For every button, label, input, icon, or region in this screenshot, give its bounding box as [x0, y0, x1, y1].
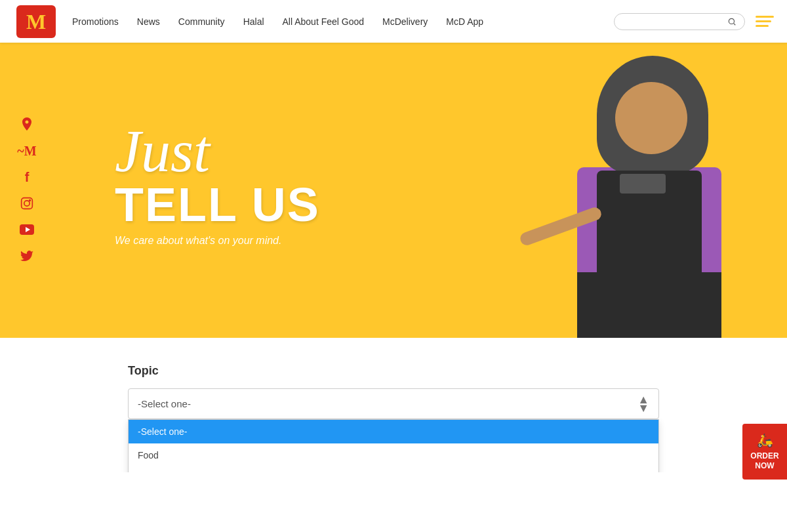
search-bar[interactable] — [614, 13, 745, 30]
nav-item-promotions[interactable]: Promotions — [72, 16, 119, 27]
hero-just: Just — [115, 122, 320, 181]
dropdown-option-service[interactable]: Service — [129, 467, 658, 472]
order-now-button[interactable]: 🛵 ORDERNOW — [742, 424, 787, 472]
dropdown-option-select[interactable]: -Select one- — [129, 420, 658, 443]
content-section: Topic -Select one- ▲ ▼ -Select one- Food… — [0, 338, 787, 472]
hamburger-menu-icon[interactable] — [756, 16, 774, 27]
logo-letter: M — [26, 11, 46, 32]
header: M Promotions News Community Halal All Ab… — [0, 0, 787, 43]
social-icons: ~M f — [20, 117, 34, 263]
svg-rect-2 — [22, 198, 33, 209]
nav-item-mcd-app[interactable]: McD App — [446, 16, 483, 27]
search-icon — [727, 16, 737, 27]
nav-item-mcdelivery[interactable]: McDelivery — [382, 16, 428, 27]
topic-label: Topic — [128, 364, 659, 378]
facebook-icon[interactable]: f — [20, 170, 34, 184]
svg-point-4 — [30, 200, 31, 201]
dropdown-selected-value: -Select one- — [138, 398, 191, 409]
dropdown-option-food[interactable]: Food — [129, 443, 658, 467]
svg-line-1 — [734, 23, 736, 25]
hamburger-line-3 — [756, 25, 769, 27]
topic-dropdown-list: -Select one- Food Service Cleanliness Ot… — [128, 419, 659, 472]
youtube-icon[interactable] — [20, 222, 34, 237]
header-right — [614, 13, 774, 30]
search-input[interactable] — [622, 16, 727, 26]
hamburger-line-1 — [756, 16, 774, 18]
nav-item-halal[interactable]: Halal — [243, 16, 264, 27]
logo-box: M — [16, 5, 56, 38]
topic-dropdown-trigger[interactable]: -Select one- ▲ ▼ — [128, 388, 659, 419]
hero-person-image — [512, 49, 787, 338]
nav: Promotions News Community Halal All Abou… — [72, 16, 614, 27]
nav-item-news[interactable]: News — [137, 16, 160, 27]
hamburger-line-2 — [756, 20, 771, 22]
hero-text: Just TELL US We care about what's on you… — [115, 122, 320, 247]
mcdonalds-social-icon[interactable]: ~M — [20, 144, 34, 158]
twitter-icon[interactable] — [20, 249, 34, 263]
delivery-bike-icon: 🛵 — [749, 432, 780, 449]
svg-point-0 — [729, 18, 734, 24]
logo[interactable]: M — [13, 5, 59, 38]
dropdown-arrow-icon: ▲ ▼ — [637, 396, 649, 412]
svg-point-3 — [24, 201, 30, 206]
hero-banner: ~M f Just TELL US W — [0, 43, 787, 338]
nav-item-community[interactable]: Community — [178, 16, 225, 27]
instagram-icon[interactable] — [20, 196, 34, 211]
hero-tellus: TELL US — [115, 181, 320, 228]
hero-subtitle: We care about what's on your mind. — [115, 235, 320, 247]
location-icon[interactable] — [20, 117, 34, 132]
order-now-label: ORDERNOW — [749, 451, 780, 472]
nav-item-feel-good[interactable]: All About Feel Good — [283, 16, 365, 27]
topic-dropdown-container: -Select one- ▲ ▼ -Select one- Food Servi… — [128, 388, 659, 419]
